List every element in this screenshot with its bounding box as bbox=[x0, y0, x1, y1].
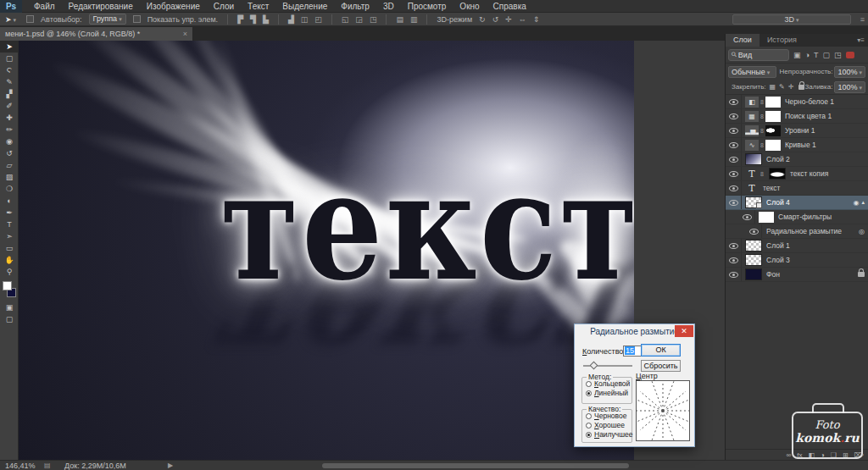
3d-scale-icon[interactable]: ⇕ bbox=[533, 15, 540, 24]
filter-adjustment-layers-icon[interactable]: ◑ bbox=[805, 51, 810, 59]
path-selection-tool[interactable]: ➣ bbox=[0, 230, 19, 242]
menu-layers[interactable]: Слои bbox=[207, 0, 241, 13]
align-v-centers-icon[interactable]: ◫ bbox=[301, 15, 309, 24]
visibility-toggle[interactable] bbox=[726, 239, 742, 252]
filter-kind-select[interactable]: ⚲ Вид bbox=[728, 49, 789, 61]
layer-row-black-white[interactable]: ◧ 8 Черно-белое 1 bbox=[726, 95, 868, 109]
autoselect-checkbox[interactable] bbox=[26, 15, 34, 23]
tab-history[interactable]: История bbox=[760, 34, 804, 47]
layer-row-levels[interactable]: ▂▅▂ 8 Уровни 1 bbox=[726, 124, 868, 138]
layer-thumbnail[interactable] bbox=[745, 240, 762, 252]
fill-value[interactable]: 100% bbox=[834, 81, 865, 93]
3d-roll-icon[interactable]: ↺ bbox=[492, 15, 499, 24]
layer-thumbnail[interactable] bbox=[745, 153, 762, 165]
layer-row-layer2[interactable]: Слой 2 bbox=[726, 152, 868, 167]
3d-slide-icon[interactable]: ⇔ bbox=[519, 15, 526, 24]
align-top-edges-icon[interactable]: ▟ bbox=[288, 15, 294, 24]
layer-row-layer4-selected[interactable]: Слой 4 ◉ ▴ bbox=[726, 196, 868, 210]
status-options-arrow-icon[interactable]: ▶ bbox=[168, 462, 173, 469]
filter-smart-objects-icon[interactable]: ◳ bbox=[834, 51, 842, 59]
gradient-tool[interactable]: ▨ bbox=[0, 171, 19, 183]
menu-view[interactable]: Просмотр bbox=[401, 0, 453, 13]
filter-type-layers-icon[interactable]: T bbox=[814, 51, 819, 59]
shape-tool[interactable]: ▭ bbox=[0, 242, 19, 254]
tab-layers[interactable]: Слои bbox=[726, 34, 760, 47]
marquee-tool[interactable]: ▢ bbox=[0, 53, 19, 64]
screen-mode-button[interactable]: ▢ bbox=[0, 313, 19, 325]
layer-mask-thumbnail[interactable] bbox=[765, 97, 781, 108]
layer-thumbnail[interactable] bbox=[745, 254, 762, 266]
visibility-toggle[interactable] bbox=[726, 181, 742, 195]
radio-icon[interactable] bbox=[586, 423, 592, 429]
amount-slider[interactable] bbox=[583, 365, 632, 367]
move-tool[interactable]: ➤ bbox=[0, 41, 19, 53]
ok-button[interactable]: ОК bbox=[641, 344, 681, 357]
workspace-switcher[interactable]: 3D bbox=[732, 14, 851, 25]
slider-thumb[interactable] bbox=[590, 362, 598, 370]
visibility-toggle[interactable] bbox=[726, 109, 742, 123]
auto-distribute-icon[interactable]: ▥ bbox=[410, 15, 418, 24]
visibility-toggle[interactable] bbox=[726, 253, 742, 267]
tab-close-icon[interactable]: × bbox=[183, 27, 187, 41]
smart-filters-row[interactable]: Смарт-фильтры bbox=[726, 210, 868, 224]
foreground-color-swatch[interactable] bbox=[3, 281, 12, 290]
radio-icon[interactable] bbox=[586, 413, 592, 419]
dodge-tool[interactable]: ◐ bbox=[0, 195, 19, 207]
distribute-center-icon[interactable]: ◲ bbox=[355, 15, 363, 24]
lock-transparency-icon[interactable]: ▦ bbox=[770, 83, 776, 91]
radio-icon[interactable] bbox=[586, 381, 592, 387]
radial-blur-filter-row[interactable]: Радиальное размытие ◎ bbox=[726, 224, 868, 239]
layer-mask-thumbnail[interactable] bbox=[765, 111, 781, 122]
visibility-toggle[interactable] bbox=[726, 152, 742, 166]
visibility-toggle[interactable] bbox=[726, 138, 742, 152]
blend-mode-select[interactable]: Обычные bbox=[728, 66, 776, 78]
align-right-edges-icon[interactable]: ▙ bbox=[263, 15, 269, 24]
link-layers-icon[interactable]: ∞ bbox=[786, 451, 791, 459]
layer-row-layer1[interactable]: Слой 1 bbox=[726, 239, 868, 253]
brush-tool[interactable]: ✏ bbox=[0, 124, 19, 135]
lock-pixels-icon[interactable]: ✎ bbox=[779, 83, 785, 91]
visibility-toggle[interactable] bbox=[726, 196, 742, 209]
distribute-right-icon[interactable]: ◳ bbox=[370, 15, 377, 24]
layer-thumbnail[interactable] bbox=[745, 268, 762, 280]
menu-3d[interactable]: 3D bbox=[376, 0, 401, 13]
3d-drag-icon[interactable]: ✛ bbox=[505, 15, 512, 24]
smart-object-thumbnail[interactable] bbox=[745, 196, 762, 208]
smart-filter-mask-thumbnail[interactable] bbox=[759, 212, 774, 223]
panel-menu-icon[interactable]: ▾≡ bbox=[857, 36, 865, 44]
filter-options-icon[interactable]: ◎ bbox=[859, 228, 865, 235]
smart-filter-toggle-icon[interactable]: ◉ bbox=[854, 199, 860, 207]
filter-shape-layers-icon[interactable]: ▢ bbox=[822, 51, 830, 59]
crop-tool[interactable]: ▞ bbox=[0, 88, 19, 100]
lasso-tool[interactable]: Ϛ bbox=[0, 64, 19, 76]
show-controls-checkbox[interactable] bbox=[133, 15, 141, 23]
method-spin-option[interactable]: Кольцевой bbox=[586, 380, 632, 387]
blur-center-preview[interactable] bbox=[636, 380, 690, 441]
menu-filter[interactable]: Фильтр bbox=[334, 0, 376, 13]
blur-tool[interactable]: ❍ bbox=[0, 183, 19, 195]
clone-stamp-tool[interactable]: ◉ bbox=[0, 135, 19, 147]
filter-pixel-layers-icon[interactable]: ▣ bbox=[793, 51, 801, 59]
visibility-toggle[interactable] bbox=[746, 224, 762, 238]
history-brush-tool[interactable]: ↺ bbox=[0, 147, 19, 159]
3d-rotate-icon[interactable]: ↻ bbox=[479, 15, 486, 24]
radio-icon-selected[interactable] bbox=[586, 390, 592, 396]
quality-good-option[interactable]: Хорошее bbox=[586, 422, 632, 429]
hand-tool[interactable]: ✋ bbox=[0, 254, 19, 266]
layer-row-text[interactable]: T текст bbox=[726, 181, 868, 196]
type-tool[interactable]: T bbox=[0, 218, 19, 230]
reset-button[interactable]: Сбросить bbox=[641, 360, 681, 372]
layer-mask-thumbnail[interactable] bbox=[765, 140, 781, 151]
move-tool-icon[interactable]: ➤ bbox=[5, 15, 16, 24]
lock-all-icon[interactable] bbox=[798, 85, 805, 90]
visibility-toggle[interactable] bbox=[726, 95, 742, 108]
auto-align-icon[interactable]: ▤ bbox=[396, 15, 403, 24]
healing-brush-tool[interactable]: ✚ bbox=[0, 112, 19, 124]
menu-image[interactable]: Изображение bbox=[140, 0, 207, 13]
menu-file[interactable]: Файл bbox=[27, 0, 62, 13]
layer-row-color-lookup[interactable]: ▦ 8 Поиск цвета 1 bbox=[726, 109, 868, 124]
menu-help[interactable]: Справка bbox=[487, 0, 533, 13]
distribute-left-icon[interactable]: ◱ bbox=[342, 15, 349, 24]
radio-icon-selected[interactable] bbox=[586, 432, 592, 438]
lock-position-icon[interactable]: ✛ bbox=[788, 83, 794, 91]
